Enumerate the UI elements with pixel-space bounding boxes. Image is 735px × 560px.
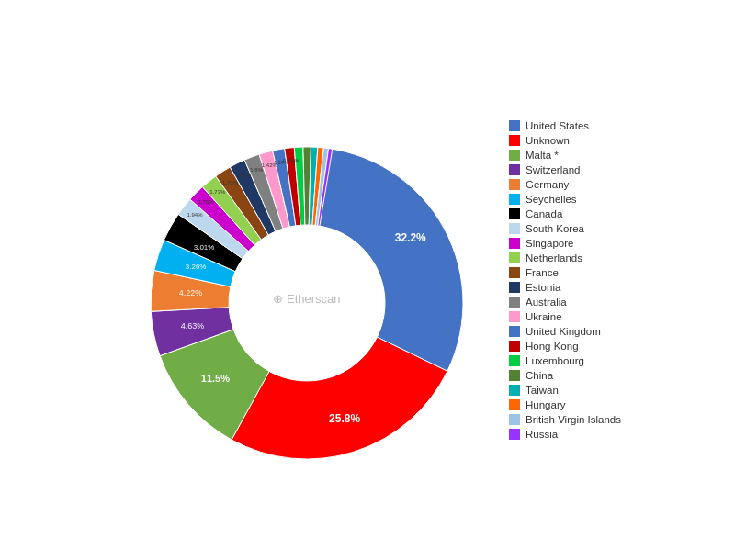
segment-label-small: 1.65% — [235, 173, 252, 178]
legend-item-1: Unknown — [509, 135, 621, 146]
legend-label-17: China — [526, 370, 553, 381]
legend-item-19: Hungary — [509, 399, 621, 410]
legend-color-13 — [509, 311, 520, 322]
legend-label-16: Luxembourg — [526, 355, 584, 366]
legend-color-20 — [509, 414, 520, 425]
segment-label: 32.2% — [395, 231, 426, 244]
legend-label-3: Switzerland — [526, 164, 580, 175]
segment-label-small: 0.994% — [283, 158, 300, 163]
legend-item-20: British Virgin Islands — [509, 414, 621, 425]
segment-label: 25.8% — [329, 412, 360, 425]
legend-label-8: Singapore — [526, 238, 573, 249]
legend-color-17 — [509, 370, 520, 381]
legend-label-2: Malta * — [526, 150, 559, 161]
legend-color-3 — [509, 164, 520, 175]
donut-chart: ⊕ Etherscan 32.2%25.8%11.5%4.63%4.22%3.2… — [132, 124, 481, 473]
chart-container: ⊕ Etherscan 32.2%25.8%11.5%4.63%4.22%3.2… — [0, 0, 735, 560]
legend-label-14: United Kingdom — [526, 326, 601, 337]
legend-color-19 — [509, 399, 520, 410]
segment-label: 11.5% — [201, 373, 230, 384]
donut-area: ⊕ Etherscan 32.2%25.8%11.5%4.63%4.22%3.2… — [114, 60, 500, 500]
legend-label-11: Estonia — [526, 282, 560, 293]
legend-item-12: Australia — [509, 297, 621, 308]
legend-color-9 — [509, 252, 520, 263]
segment-label: 3.01% — [194, 243, 215, 252]
legend-item-17: China — [509, 370, 621, 381]
legend-label-19: Hungary — [526, 399, 565, 410]
legend-item-21: Russia — [509, 429, 621, 440]
segment-label: 4.63% — [181, 321, 205, 330]
legend-color-14 — [509, 326, 520, 337]
legend-color-5 — [509, 194, 520, 205]
legend-color-4 — [509, 179, 520, 190]
legend-item-3: Switzerland — [509, 164, 621, 175]
legend-color-18 — [509, 385, 520, 396]
legend-item-4: Germany — [509, 179, 621, 190]
segment-label: 4.22% — [179, 288, 203, 297]
legend-color-16 — [509, 355, 520, 366]
legend-item-6: Canada — [509, 208, 621, 219]
legend-item-7: South Korea — [509, 223, 621, 234]
legend-label-21: Russia — [526, 429, 558, 440]
segment-label-small: 1.73% — [222, 180, 239, 185]
legend-label-9: Netherlands — [526, 252, 582, 263]
legend-color-12 — [509, 297, 520, 308]
segment-label-small: 1.79% — [198, 199, 215, 205]
legend-item-0: United States — [509, 120, 621, 131]
legend-label-6: Canada — [526, 208, 562, 219]
legend-color-15 — [509, 341, 520, 352]
legend-item-18: Taiwan — [509, 385, 621, 396]
legend-color-0 — [509, 120, 520, 131]
legend-label-4: Germany — [526, 179, 569, 190]
legend-item-16: Luxembourg — [509, 355, 621, 366]
legend-label-20: British Virgin Islands — [526, 414, 621, 425]
legend-color-8 — [509, 238, 520, 249]
legend-label-13: Ukraine — [526, 311, 562, 322]
legend-label-10: France — [526, 267, 559, 278]
legend-color-10 — [509, 267, 520, 278]
legend-color-7 — [509, 223, 520, 234]
legend-color-2 — [509, 150, 520, 161]
legend-color-1 — [509, 135, 520, 146]
segment-label: 3.26% — [186, 263, 207, 271]
legend-color-6 — [509, 208, 520, 219]
legend-item-9: Netherlands — [509, 252, 621, 263]
legend-label-12: Australia — [526, 297, 567, 308]
legend-color-21 — [509, 429, 520, 440]
legend-item-11: Estonia — [509, 282, 621, 293]
legend-color-11 — [509, 282, 520, 293]
legend-label-15: Hong Kong — [526, 341, 579, 352]
svg-text:⊕ Etherscan: ⊕ Etherscan — [273, 292, 340, 306]
legend-label-7: South Korea — [526, 223, 584, 234]
legend: United StatesUnknownMalta *SwitzerlandGe… — [509, 120, 621, 440]
legend-item-14: United Kingdom — [509, 326, 621, 337]
legend-label-0: United States — [526, 120, 589, 131]
legend-item-10: France — [509, 267, 621, 278]
segment-label-small: 1.94% — [187, 212, 204, 218]
legend-label-5: Seychelles — [526, 194, 577, 205]
legend-label-1: Unknown — [526, 135, 570, 146]
legend-item-5: Seychelles — [509, 194, 621, 205]
segment-label-small: 1.73% — [209, 189, 226, 195]
legend-item-2: Malta * — [509, 150, 621, 161]
legend-item-13: Ukraine — [509, 311, 621, 322]
legend-label-18: Taiwan — [526, 385, 559, 396]
legend-item-8: Singapore — [509, 238, 621, 249]
legend-item-15: Hong Kong — [509, 341, 621, 352]
